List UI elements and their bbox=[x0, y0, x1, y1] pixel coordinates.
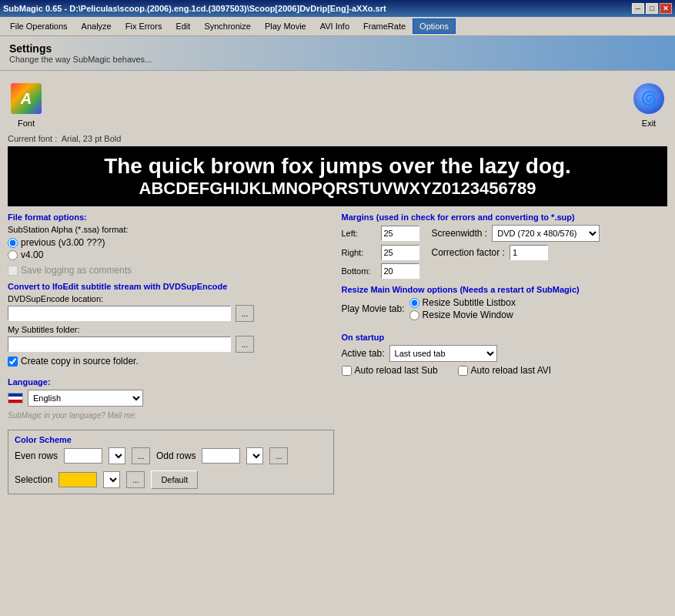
dvdsup-location-label: DVDSupEncode location: bbox=[8, 294, 334, 303]
language-section: Language: English SubMagic in your langu… bbox=[8, 377, 334, 420]
font-exit-row: A Font 🌀 Exit bbox=[8, 77, 667, 131]
even-rows-label: Even rows bbox=[15, 450, 58, 461]
main-content: A Font 🌀 Exit Current font : Arial, 23 p… bbox=[0, 71, 675, 500]
exit-button-wrap: 🌀 Exit bbox=[630, 80, 667, 128]
close-button[interactable]: ✕ bbox=[660, 3, 672, 14]
ssa-radio-group: previous (v3.00 ???) v4.00 bbox=[8, 237, 334, 260]
font-preview-line1: The quick brown fox jumps over the lazy … bbox=[15, 154, 660, 179]
settings-header: Settings Change the way SubMagic behaves… bbox=[0, 36, 675, 71]
settings-title: Settings bbox=[9, 42, 666, 55]
selection-dropdown[interactable]: ▼ bbox=[103, 471, 120, 488]
default-button[interactable]: Default bbox=[151, 470, 198, 489]
even-rows-swatch bbox=[64, 448, 102, 464]
margins-label: Margins (used in check for errors and co… bbox=[342, 213, 668, 222]
menu-item-file-operations[interactable]: File Operations bbox=[3, 18, 75, 34]
radio-v4-row[interactable]: v4.00 bbox=[8, 249, 334, 260]
radio-movie-window[interactable] bbox=[409, 310, 419, 320]
radio-subtitle-listbox-row[interactable]: Resize Subtitle Listbox bbox=[409, 297, 516, 308]
startup-section: On startup Active tab: Last used tab Aut… bbox=[342, 333, 668, 379]
menu-bar: File Operations Analyze Fix Errors Edit … bbox=[0, 17, 675, 36]
dvdsup-browse-button[interactable]: ... bbox=[236, 305, 254, 322]
color-scheme-label: Color Scheme bbox=[15, 435, 327, 444]
bottom-margin-label: Bottom: bbox=[342, 266, 376, 276]
menu-item-framerate[interactable]: FrameRate bbox=[356, 18, 413, 34]
ssa-format-label: SubStation Alpha (*.ssa) format: bbox=[8, 225, 334, 234]
odd-rows-browse[interactable]: ... bbox=[269, 447, 288, 464]
font-button[interactable]: A bbox=[8, 80, 45, 117]
active-tab-row: Active tab: Last used tab bbox=[342, 345, 668, 362]
title-bar: SubMagic 0.65 - D:\Peliculas\scoop.(2006… bbox=[0, 0, 675, 17]
menu-item-edit[interactable]: Edit bbox=[169, 18, 197, 34]
dvdsup-section: Convert to IfoEdit subtitle stream with … bbox=[8, 282, 334, 367]
file-format-label: File format options: bbox=[8, 213, 334, 222]
resize-label: Resize Main Window options (Needs a rest… bbox=[342, 285, 668, 294]
copy-label-row[interactable]: Create copy in source folder. bbox=[8, 356, 334, 367]
language-dropdown[interactable]: English bbox=[28, 390, 143, 407]
even-rows-dropdown[interactable]: ▼ bbox=[109, 447, 125, 464]
active-tab-dropdown[interactable]: Last used tab bbox=[389, 345, 497, 362]
radio-subtitle-listbox-label: Resize Subtitle Listbox bbox=[423, 297, 516, 308]
file-format-section: File format options: SubStation Alpha (*… bbox=[8, 213, 334, 276]
odd-rows-label: Odd rows bbox=[156, 450, 195, 461]
margins-grid: Left: Screenwidth : DVD (720 x 480/576) … bbox=[342, 225, 668, 279]
exit-button[interactable]: 🌀 bbox=[630, 80, 667, 117]
subtitles-folder-row: ... bbox=[8, 336, 334, 353]
menu-item-analyze[interactable]: Analyze bbox=[75, 18, 119, 34]
menu-item-synchronize[interactable]: Synchronize bbox=[197, 18, 258, 34]
current-font-prefix: Current font : bbox=[8, 134, 57, 143]
dvdsup-location-row: ... bbox=[8, 305, 334, 322]
reload-avi-checkbox[interactable] bbox=[458, 366, 468, 376]
margins-section: Margins (used in check for errors and co… bbox=[342, 213, 668, 279]
menu-item-options[interactable]: Options bbox=[413, 18, 456, 34]
dvdsup-label: Convert to IfoEdit subtitle stream with … bbox=[8, 282, 334, 291]
menu-item-fix-errors[interactable]: Fix Errors bbox=[119, 18, 169, 34]
right-column: Margins (used in check for errors and co… bbox=[342, 213, 668, 494]
menu-item-avi-info[interactable]: AVI Info bbox=[313, 18, 356, 34]
font-preview: The quick brown fox jumps over the lazy … bbox=[8, 146, 667, 206]
reload-sub-checkbox[interactable] bbox=[342, 366, 352, 376]
radio-v4[interactable] bbox=[8, 250, 18, 260]
right-margin-input[interactable] bbox=[381, 245, 419, 260]
selection-browse[interactable]: ... bbox=[126, 471, 145, 488]
screenwidth-dropdown[interactable]: DVD (720 x 480/576) bbox=[492, 225, 600, 242]
settings-subtitle: Change the way SubMagic behaves... bbox=[9, 55, 666, 64]
font-preview-line2: ABCDEFGHIJKLMNOPQRSTUVWXYZ0123456789 bbox=[15, 179, 660, 199]
selection-label: Selection bbox=[15, 474, 52, 485]
reload-avi-label: Auto reload last AVI bbox=[471, 365, 552, 376]
correction-input[interactable] bbox=[510, 245, 548, 260]
language-help-text: SubMagic in your language? Mail me: bbox=[8, 411, 136, 420]
left-margin-input[interactable] bbox=[381, 226, 419, 241]
copy-checkbox-row: Create copy in source folder. bbox=[8, 356, 334, 367]
bottom-margin-input[interactable] bbox=[381, 263, 419, 279]
two-column-layout: File format options: SubStation Alpha (*… bbox=[8, 213, 667, 494]
resize-row: Play Movie tab: Resize Subtitle Listbox … bbox=[342, 297, 668, 320]
language-label: Language: bbox=[8, 377, 334, 387]
exit-icon: 🌀 bbox=[633, 83, 664, 114]
radio-previous-label: previous (v3.00 ???) bbox=[21, 237, 105, 248]
maximize-button[interactable]: □ bbox=[646, 3, 658, 14]
even-rows-browse[interactable]: ... bbox=[132, 447, 150, 464]
radio-previous[interactable] bbox=[8, 238, 18, 248]
subtitles-browse-button[interactable]: ... bbox=[236, 336, 254, 353]
menu-item-play-movie[interactable]: Play Movie bbox=[258, 18, 313, 34]
playmovie-tab-label: Play Movie tab: bbox=[342, 303, 405, 314]
copy-label: Create copy in source folder. bbox=[21, 356, 139, 367]
current-font-value: Arial, 23 pt Bold bbox=[62, 134, 122, 143]
copy-checkbox[interactable] bbox=[8, 357, 18, 367]
radio-subtitle-listbox[interactable] bbox=[409, 298, 419, 308]
screenwidth-label: Screenwidth : bbox=[432, 228, 488, 239]
radio-previous-row[interactable]: previous (v3.00 ???) bbox=[8, 237, 334, 248]
logging-label-row[interactable]: Save logging as comments bbox=[8, 265, 334, 276]
odd-rows-dropdown[interactable]: ▼ bbox=[246, 447, 263, 464]
right-margin-row: Right: Correction factor : bbox=[342, 245, 668, 260]
subtitles-folder-input[interactable] bbox=[8, 336, 231, 352]
dvdsup-location-input[interactable] bbox=[8, 306, 231, 321]
subtitles-folder-label: My Subtitles folder: bbox=[8, 325, 334, 334]
logging-checkbox[interactable] bbox=[8, 266, 18, 276]
reload-sub-row[interactable]: Auto reload last Sub bbox=[342, 365, 438, 376]
left-column: File format options: SubStation Alpha (*… bbox=[8, 213, 334, 494]
minimize-button[interactable]: ─ bbox=[632, 3, 644, 14]
reload-avi-row[interactable]: Auto reload last AVI bbox=[458, 365, 552, 376]
font-button-wrap: A Font bbox=[8, 80, 45, 128]
radio-movie-window-row[interactable]: Resize Movie Window bbox=[409, 310, 516, 320]
